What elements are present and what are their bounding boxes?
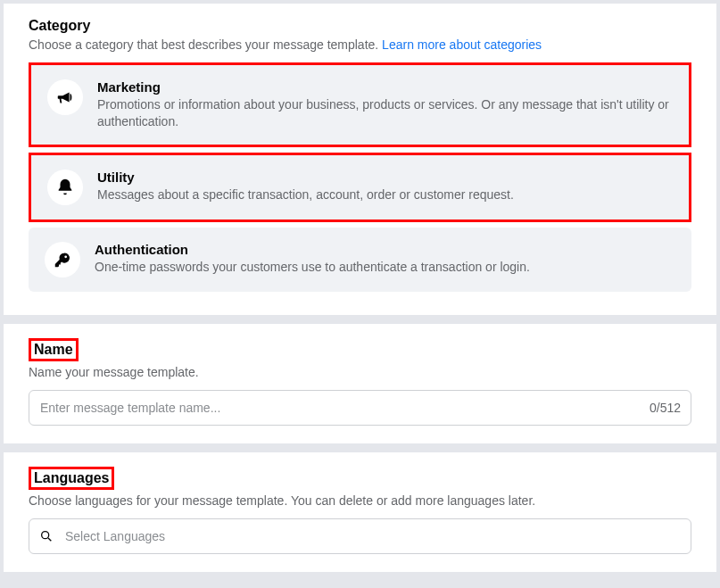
card-desc: Promotions or information about your bus… <box>97 96 673 130</box>
card-text: Marketing Promotions or information abou… <box>97 79 673 130</box>
category-card-marketing[interactable]: Marketing Promotions or information abou… <box>29 62 691 147</box>
name-desc: Name your message template. <box>29 365 691 379</box>
megaphone-icon <box>47 79 83 115</box>
name-title-highlight: Name <box>29 338 79 361</box>
category-card-utility[interactable]: Utility Messages about a specific transa… <box>29 153 691 222</box>
svg-point-0 <box>42 531 49 538</box>
svg-line-1 <box>48 538 51 541</box>
search-icon <box>39 529 54 543</box>
key-icon <box>45 242 80 277</box>
languages-title-highlight: Languages <box>29 467 114 490</box>
category-desc: Choose a category that best describes yo… <box>29 37 691 52</box>
languages-panel: Languages Choose languages for your mess… <box>4 452 716 572</box>
bell-icon <box>47 170 83 205</box>
languages-desc: Choose languages for your message templa… <box>29 493 691 508</box>
learn-more-link[interactable]: Learn more about categories <box>382 37 542 52</box>
name-input-wrap: 0/512 <box>29 390 691 426</box>
card-desc: One-time passwords your customers use to… <box>95 259 675 276</box>
name-title: Name <box>34 342 73 357</box>
category-card-authentication[interactable]: Authentication One-time passwords your c… <box>29 228 691 292</box>
char-counter: 0/512 <box>650 401 681 415</box>
category-desc-text: Choose a category that best describes yo… <box>29 37 382 52</box>
card-title: Marketing <box>97 79 673 95</box>
card-text: Authentication One-time passwords your c… <box>95 242 675 276</box>
languages-search-wrap <box>29 518 691 554</box>
languages-title: Languages <box>34 470 109 485</box>
name-input[interactable] <box>29 390 691 426</box>
card-desc: Messages about a specific transaction, a… <box>97 186 673 203</box>
card-title: Authentication <box>95 242 675 257</box>
category-panel: Category Choose a category that best des… <box>4 4 716 315</box>
category-title: Category <box>29 18 691 34</box>
name-panel: Name Name your message template. 0/512 <box>4 324 716 443</box>
card-title: Utility <box>97 170 673 185</box>
card-text: Utility Messages about a specific transa… <box>97 170 673 203</box>
languages-input[interactable] <box>29 518 691 554</box>
